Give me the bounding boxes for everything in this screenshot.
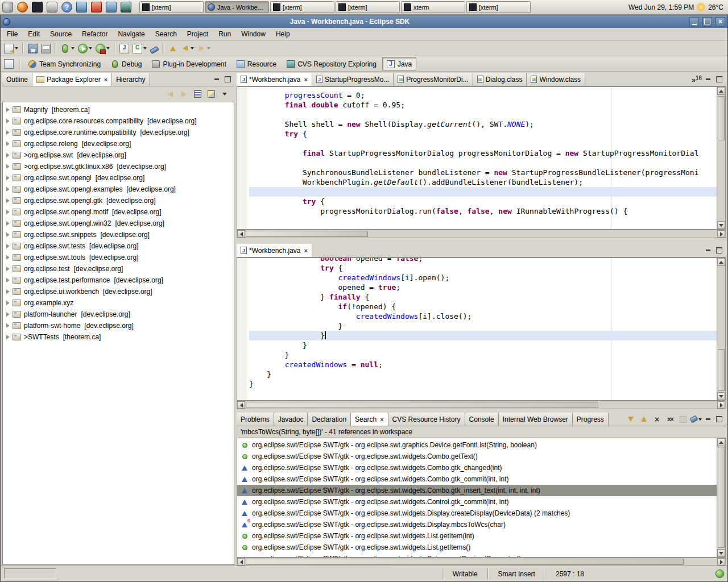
help-icon[interactable]: ?: [61, 2, 72, 13]
expander-icon[interactable]: [6, 244, 10, 248]
taskbar-window-button[interactable]: [xterm]: [336, 1, 400, 13]
minimize-view-button[interactable]: [212, 76, 221, 84]
editor-tab[interactable]: Window.class: [527, 73, 585, 86]
xterm-launcher-icon[interactable]: [121, 2, 131, 13]
expander-icon[interactable]: [6, 278, 10, 282]
new-java-class-button[interactable]: [131, 42, 148, 55]
view-tab[interactable]: Problems: [237, 413, 274, 426]
view-tab[interactable]: Outline: [2, 73, 32, 86]
scroll-up-arrow-icon[interactable]: [717, 438, 725, 446]
tree-row[interactable]: >org.eclipse.swt.gtk.linux.x86[dev.eclip…: [3, 161, 234, 172]
editor-tab[interactable]: Dialog.class: [473, 73, 527, 86]
code-line[interactable]: createdWindows[i].open();: [249, 273, 717, 282]
minimize-editor-button[interactable]: [704, 76, 713, 84]
results-vertical-scrollbar[interactable]: [717, 438, 725, 557]
view-tab[interactable]: Internal Web Browser: [499, 413, 573, 426]
scroll-right-arrow-icon[interactable]: [717, 230, 725, 238]
menu-refactor[interactable]: Refactor: [77, 28, 113, 40]
scroll-left-arrow-icon[interactable]: [237, 401, 245, 409]
code-line[interactable]: }: [249, 321, 717, 331]
close-icon[interactable]: ×: [380, 416, 383, 423]
collapse-all-button[interactable]: [192, 89, 202, 99]
tree-row[interactable]: org.eclipse.swt.opengl.motif[dev.eclipse…: [3, 206, 234, 218]
tree-row[interactable]: org.eclipse.swt.opengl.gtk[dev.eclipse.o…: [3, 195, 234, 206]
code-line[interactable]: [249, 158, 717, 168]
new-java-project-button[interactable]: [118, 42, 131, 55]
browser-icon[interactable]: [17, 2, 28, 13]
close-icon[interactable]: ×: [304, 76, 308, 83]
perspective-debug[interactable]: Debug: [106, 57, 146, 70]
menu-navigate[interactable]: Navigate: [113, 28, 150, 40]
code-line[interactable]: }: [249, 350, 717, 360]
search-result-row[interactable]: org.eclipse.swt/Eclipse SWT/gtk - org.ec…: [237, 553, 725, 558]
search-result-row[interactable]: org.eclipse.swt/Eclipse SWT/gtk - org.ec…: [237, 542, 725, 553]
tree-row[interactable]: org.eclipse.test[dev.eclipse.org]: [3, 263, 234, 275]
maximize-view-button[interactable]: [714, 415, 723, 423]
tree-row[interactable]: >org.eclipse.swt[dev.eclipse.org]: [3, 149, 234, 161]
code-area[interactable]: progressCount = 0; final double cutoff =…: [247, 87, 717, 229]
expander-icon[interactable]: [6, 323, 10, 328]
menu-project[interactable]: Project: [182, 28, 213, 40]
search-result-row[interactable]: org.eclipse.swt/Eclipse SWT/gtk - org.ec…: [237, 462, 725, 473]
link-with-editor-button[interactable]: [206, 89, 216, 99]
bottom-editor-vertical-scrollbar[interactable]: [717, 258, 725, 400]
view-tab[interactable]: Javadoc: [274, 413, 308, 426]
code-line[interactable]: progressCount = 0;: [249, 90, 717, 100]
scrollbar-thumb[interactable]: [718, 349, 725, 391]
perspective-resource[interactable]: Resource: [232, 57, 281, 70]
code-line[interactable]: try {: [249, 129, 717, 139]
code-line[interactable]: createdWindows = null;: [249, 360, 717, 369]
java-search-button[interactable]: [148, 42, 160, 55]
tree-row[interactable]: org.eclipse.swt.opengl[dev.eclipse.org]: [3, 172, 234, 184]
package-launcher-icon[interactable]: [91, 2, 102, 13]
show-previous-match-button[interactable]: [638, 414, 650, 425]
expander-icon[interactable]: [6, 232, 10, 237]
project-tree[interactable]: Magnify[theorem.ca]org.eclipse.core.reso…: [2, 102, 234, 565]
previous-search-results-button[interactable]: [690, 414, 702, 425]
scrollbar-thumb[interactable]: [246, 402, 598, 408]
scroll-right-arrow-icon[interactable]: [717, 558, 725, 566]
screenshot-icon[interactable]: [47, 2, 57, 13]
expander-icon[interactable]: [6, 119, 10, 123]
code-line[interactable]: boolean opened = false;: [249, 258, 717, 263]
scroll-up-arrow-icon[interactable]: [717, 87, 725, 95]
dropdown-arrow-icon[interactable]: [89, 47, 92, 49]
expander-icon[interactable]: [6, 267, 10, 271]
code-line[interactable]: WorkbenchPlugin.getDefault().addBundleLi…: [249, 177, 717, 187]
taskbar-window-button[interactable]: [xterm]: [466, 1, 531, 13]
monitor-launcher-icon[interactable]: [76, 2, 87, 13]
expander-icon[interactable]: [6, 255, 10, 260]
menu-window[interactable]: Window: [236, 28, 271, 40]
search-result-row[interactable]: org.eclipse.swt/Eclipse SWT/gtk - org.ec…: [237, 473, 725, 485]
external-tools-button[interactable]: [94, 42, 111, 55]
editor-tab[interactable]: StartupProgressMo...: [312, 73, 394, 86]
tree-row[interactable]: org.eclipse.releng[dev.eclipse.org]: [3, 138, 234, 149]
code-line[interactable]: }: [249, 369, 717, 379]
menu-file[interactable]: File: [2, 28, 23, 40]
code-line[interactable]: opened = true;: [249, 282, 717, 292]
editor-tab[interactable]: ProgressMonitorDi...: [394, 73, 473, 86]
annotation-ruler[interactable]: [237, 87, 246, 229]
view-tab[interactable]: CVS Resource History: [388, 413, 465, 426]
minimize-editor-button[interactable]: [704, 247, 713, 255]
code-line[interactable]: if(!opened) {: [249, 302, 717, 311]
scroll-right-arrow-icon[interactable]: [717, 401, 725, 409]
expander-icon[interactable]: [6, 301, 10, 305]
tree-row[interactable]: org.eclipse.swt.tools[dev.eclipse.org]: [3, 252, 234, 263]
remove-all-matches-button[interactable]: [664, 414, 676, 425]
top-editor-vertical-scrollbar[interactable]: [717, 87, 725, 229]
bottom-editor-horizontal-scrollbar[interactable]: [237, 401, 726, 409]
search-result-row[interactable]: org.eclipse.swt/Eclipse SWT/gtk - org.ec…: [237, 451, 725, 462]
expander-icon[interactable]: [6, 142, 10, 146]
dropdown-arrow-icon[interactable]: [191, 47, 194, 49]
tree-row[interactable]: org.eclipse.swt.tests[dev.eclipse.org]: [3, 240, 234, 252]
editor-overflow-chevron-icon[interactable]: 16: [692, 75, 702, 84]
search-results-list[interactable]: org.eclipse.swt/Eclipse SWT/gtk - org.ec…: [237, 438, 726, 558]
scroll-up-arrow-icon[interactable]: [717, 258, 725, 266]
tree-row[interactable]: org.eclipse.swt.opengl.examples[dev.ecli…: [3, 184, 234, 195]
perspective-team-sync[interactable]: Team Synchronizing: [24, 57, 105, 70]
dropdown-arrow-icon[interactable]: [207, 47, 210, 49]
menu-search[interactable]: Search: [150, 28, 182, 40]
scrollbar-thumb[interactable]: [246, 559, 684, 565]
expander-icon[interactable]: [6, 153, 10, 157]
